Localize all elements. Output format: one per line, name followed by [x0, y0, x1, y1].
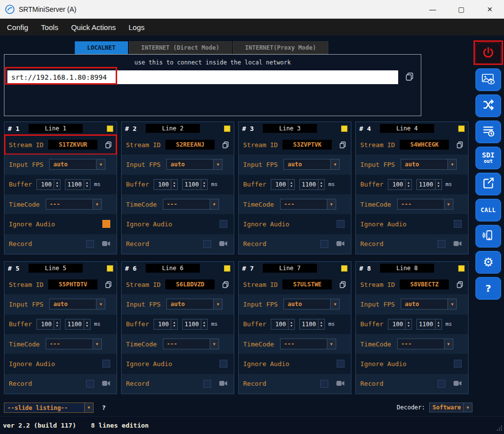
stepper-arrows-icon[interactable]: ▲▼ — [405, 180, 411, 189]
timecode-dropdown[interactable]: --- ▼ — [397, 339, 453, 349]
buffer-max-stepper[interactable]: 1100 ▲▼ — [416, 179, 442, 190]
buffer-min-stepper[interactable]: 100 ▲▼ — [271, 319, 295, 330]
buffer-max-stepper[interactable]: 1100 ▲▼ — [299, 319, 325, 330]
stepper-arrows-icon[interactable]: ▲▼ — [54, 180, 60, 189]
line-name-field[interactable]: Line 8 — [380, 264, 434, 273]
buffer-min-stepper[interactable]: 100 ▲▼ — [36, 179, 61, 190]
buffer-min-stepper[interactable]: 100 ▲▼ — [271, 179, 295, 190]
input-fps-dropdown[interactable]: auto ▼ — [284, 299, 340, 310]
decoder-dropdown[interactable]: Software ▼ — [429, 403, 472, 412]
line-indicator[interactable] — [341, 265, 347, 272]
copy-icon[interactable] — [339, 281, 346, 288]
record-checkbox[interactable] — [203, 380, 211, 388]
minimize-button[interactable]: — — [418, 0, 447, 18]
tab-internet-proxy[interactable]: INTERNET(Proxy Mode) — [233, 41, 329, 54]
line-indicator[interactable] — [107, 265, 113, 272]
timecode-dropdown[interactable]: --- ▼ — [280, 339, 336, 349]
stepper-arrows-icon[interactable]: ▲▼ — [171, 180, 177, 189]
record-checkbox[interactable] — [320, 240, 328, 248]
ignore-audio-checkbox[interactable] — [220, 360, 227, 368]
ignore-audio-checkbox[interactable] — [102, 360, 110, 368]
stepper-arrows-icon[interactable]: ▲▼ — [84, 180, 90, 189]
buffer-min-stepper[interactable]: 100 ▲▼ — [36, 319, 61, 330]
menu-config[interactable]: Config — [7, 23, 28, 31]
stepper-arrows-icon[interactable]: ▲▼ — [435, 180, 441, 189]
stepper-arrows-icon[interactable]: ▲▼ — [288, 319, 294, 329]
footer-help-mark[interactable]: ? — [102, 404, 106, 411]
line-indicator[interactable] — [458, 125, 465, 132]
call-button[interactable]: CALL — [475, 199, 501, 221]
ignore-audio-checkbox[interactable] — [454, 220, 462, 228]
copy-icon[interactable] — [222, 281, 229, 288]
record-checkbox[interactable] — [86, 240, 94, 248]
buffer-min-stepper[interactable]: 100 ▲▼ — [154, 179, 178, 190]
copy-icon[interactable] — [105, 141, 112, 149]
line-indicator[interactable] — [107, 125, 113, 132]
copy-icon[interactable] — [456, 141, 464, 149]
close-button[interactable]: ✕ — [475, 0, 504, 18]
tab-localnet[interactable]: LOCALNET — [75, 41, 128, 54]
line-indicator[interactable] — [458, 265, 465, 272]
ignore-audio-checkbox[interactable] — [454, 360, 462, 368]
ignore-audio-checkbox[interactable] — [337, 220, 345, 228]
menu-logs[interactable]: Logs — [128, 23, 145, 31]
input-fps-dropdown[interactable]: auto ▼ — [401, 159, 457, 170]
stepper-arrows-icon[interactable]: ▲▼ — [84, 319, 90, 329]
input-fps-dropdown[interactable]: auto ▼ — [166, 299, 222, 310]
export-button[interactable] — [475, 173, 501, 195]
timecode-dropdown[interactable]: --- ▼ — [163, 339, 219, 349]
slide-listing-dropdown[interactable]: --slide listing-- ▼ — [4, 403, 94, 413]
stepper-arrows-icon[interactable]: ▲▼ — [171, 319, 177, 329]
record-checkbox[interactable] — [86, 380, 94, 388]
stepper-arrows-icon[interactable]: ▲▼ — [318, 180, 324, 189]
settings-button[interactable]: ⚙ — [475, 251, 501, 274]
stepper-arrows-icon[interactable]: ▲▼ — [201, 319, 207, 329]
buffer-min-stepper[interactable]: 100 ▲▼ — [154, 319, 178, 330]
record-checkbox[interactable] — [320, 380, 328, 388]
input-fps-dropdown[interactable]: auto ▼ — [49, 299, 105, 310]
record-checkbox[interactable] — [203, 240, 211, 248]
menu-tools[interactable]: Tools — [41, 23, 58, 31]
sdi-out-button[interactable]: SDI out — [475, 147, 501, 169]
copy-icon[interactable] — [456, 281, 464, 288]
switch-button[interactable] — [475, 94, 501, 117]
buffer-max-stepper[interactable]: 1100 ▲▼ — [65, 319, 91, 330]
line-name-field[interactable]: Line 1 — [29, 124, 83, 133]
ignore-audio-checkbox[interactable] — [102, 220, 110, 228]
line-name-field[interactable]: Line 7 — [263, 264, 317, 273]
line-name-field[interactable]: Line 5 — [29, 264, 83, 273]
stepper-arrows-icon[interactable]: ▲▼ — [318, 319, 324, 329]
menu-quick-actions[interactable]: Quick Actions — [71, 23, 116, 31]
record-checkbox[interactable] — [438, 380, 445, 388]
power-button[interactable] — [475, 42, 501, 65]
input-fps-dropdown[interactable]: auto ▼ — [284, 159, 340, 170]
input-fps-dropdown[interactable]: auto ▼ — [49, 159, 105, 170]
line-name-field[interactable]: Line 4 — [380, 124, 434, 133]
stepper-arrows-icon[interactable]: ▲▼ — [435, 319, 441, 329]
line-indicator[interactable] — [341, 125, 347, 132]
record-checkbox[interactable] — [438, 240, 445, 248]
buffer-max-stepper[interactable]: 1100 ▲▼ — [182, 319, 208, 330]
stepper-arrows-icon[interactable]: ▲▼ — [405, 319, 411, 329]
resize-grip[interactable] — [497, 425, 503, 433]
copy-icon[interactable] — [222, 141, 229, 149]
timecode-dropdown[interactable]: --- ▼ — [163, 199, 219, 210]
stepper-arrows-icon[interactable]: ▲▼ — [288, 180, 294, 189]
buffer-max-stepper[interactable]: 1100 ▲▼ — [182, 179, 208, 190]
copy-icon[interactable] — [105, 281, 112, 288]
copy-url-icon[interactable] — [405, 72, 414, 83]
line-indicator[interactable] — [224, 125, 230, 132]
timecode-dropdown[interactable]: --- ▼ — [46, 199, 102, 210]
line-name-field[interactable]: Line 3 — [263, 124, 317, 133]
stepper-arrows-icon[interactable]: ▲▼ — [54, 319, 60, 329]
ignore-audio-checkbox[interactable] — [220, 220, 227, 228]
buffer-min-stepper[interactable]: 100 ▲▼ — [388, 179, 412, 190]
phone-button[interactable] — [475, 225, 501, 248]
input-fps-dropdown[interactable]: auto ▼ — [166, 159, 222, 170]
ignore-audio-checkbox[interactable] — [337, 360, 345, 368]
buffer-max-stepper[interactable]: 1100 ▲▼ — [416, 319, 442, 330]
preview-button[interactable] — [475, 68, 501, 91]
timecode-dropdown[interactable]: --- ▼ — [46, 339, 102, 349]
timecode-dropdown[interactable]: --- ▼ — [397, 199, 453, 210]
buffer-max-stepper[interactable]: 1100 ▲▼ — [299, 179, 325, 190]
